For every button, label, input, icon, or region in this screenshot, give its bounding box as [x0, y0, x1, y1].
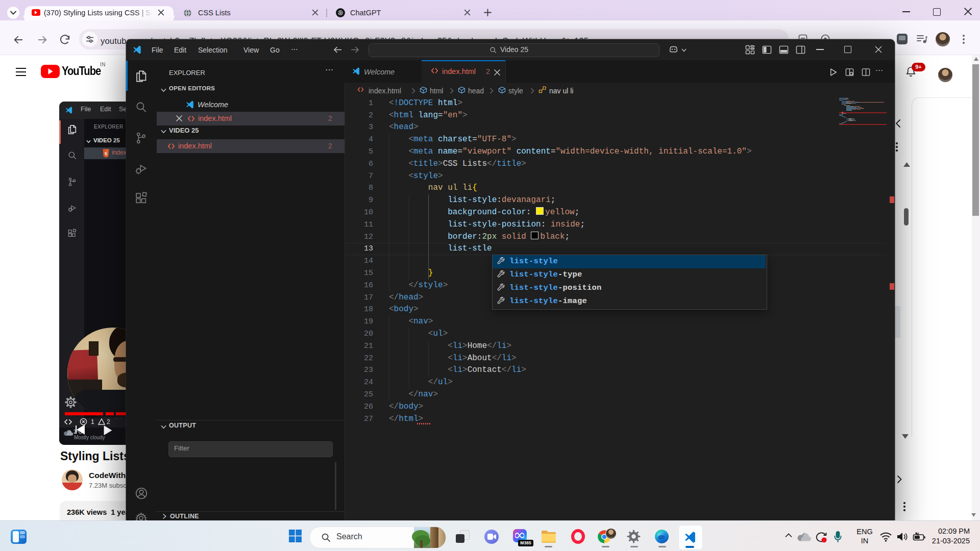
svg-text:5: 5 [105, 151, 107, 156]
